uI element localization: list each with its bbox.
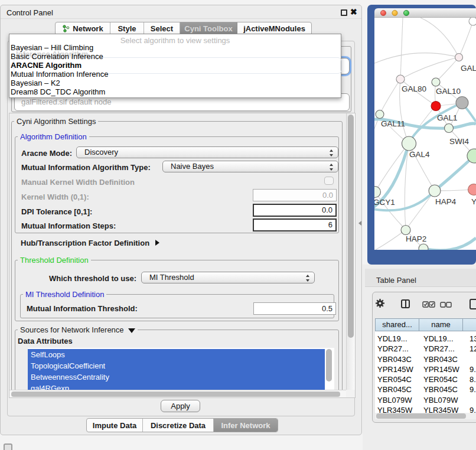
column-header-name[interactable]: name: [419, 318, 463, 331]
aracne-mode-combo[interactable]: Discovery: [76, 146, 338, 158]
table-row[interactable]: YDR27...YDR27...12: [375, 344, 476, 354]
vertical-scrollbar[interactable]: [346, 113, 355, 390]
combo-value: Discovery: [84, 148, 118, 156]
which-threshold-label: Which threshold to use:: [49, 274, 136, 283]
zoom-traffic-light[interactable]: [403, 10, 409, 15]
network-node-label: GAL1: [437, 113, 458, 122]
table-cell: YBL079W: [377, 396, 412, 405]
tab-label: Impute Data: [93, 421, 136, 430]
table-row[interactable]: YLR345WYLR345W9.: [375, 405, 476, 413]
attribute-list-item[interactable]: BetweennessCentrality: [28, 371, 325, 383]
scrollbar-thumb[interactable]: [348, 115, 354, 338]
network-node[interactable]: [396, 75, 405, 83]
kernel-width-input[interactable]: 0.0: [253, 189, 337, 201]
table-horizontal-scrollbar[interactable]: [375, 413, 476, 419]
network-node[interactable]: [429, 185, 441, 197]
table-row[interactable]: YDL19...YDL19...13: [375, 334, 476, 344]
tab-style[interactable]: Style: [110, 22, 144, 35]
split-columns-icon[interactable]: [401, 299, 410, 308]
select-all-icon[interactable]: [422, 301, 435, 308]
dropdown-item[interactable]: Dream8 DC_TDC Algorithm: [9, 87, 341, 96]
table-row[interactable]: YBR043CYBR043C: [375, 354, 476, 364]
sources-title: Sources for Network Inference: [20, 325, 124, 334]
attribute-list-item[interactable]: SelfLoops: [28, 349, 325, 360]
tab-label: Discretize Data: [151, 421, 206, 430]
hub-definition-toggle[interactable]: Hub/Transcription Factor Definition: [21, 239, 159, 247]
network-node[interactable]: [401, 226, 410, 235]
settings-viewport: Cyni Algorithm Settings Algorithm Defini…: [9, 113, 346, 390]
scrollbar-thumb[interactable]: [11, 392, 340, 397]
network-node[interactable]: [431, 102, 441, 111]
dropdown-item[interactable]: ARACNE Algorithm: [9, 61, 341, 70]
dropdown-item[interactable]: Bayesian – K2: [9, 79, 341, 87]
splitpane-collapse-icon[interactable]: [358, 221, 361, 226]
network-node[interactable]: [468, 184, 476, 195]
mi-steps-input[interactable]: 6: [253, 219, 337, 231]
table-browser-window: shared... name YDL19...YDL19...13YDR27..…: [372, 292, 476, 423]
gear-icon[interactable]: [375, 298, 385, 308]
dropdown-item[interactable]: Mutual Information Inference: [9, 70, 341, 79]
tab-impute-data[interactable]: Impute Data: [87, 419, 143, 432]
close-traffic-light[interactable]: [380, 10, 386, 15]
table-cell: YBR043C: [377, 355, 412, 364]
column-header-shared-name[interactable]: shared...: [375, 318, 419, 331]
network-node[interactable]: [445, 124, 454, 133]
network-node-label: GAL11: [381, 119, 405, 128]
list-scrollbar[interactable]: [326, 349, 332, 381]
close-icon[interactable]: ✖: [350, 7, 357, 17]
dpi-tolerance-input[interactable]: 0.0: [253, 204, 337, 217]
network-node[interactable]: [376, 110, 384, 119]
table-cell: 9.: [470, 365, 476, 374]
attribute-list-item[interactable]: gal4RGexp: [28, 383, 325, 390]
column-header-partial[interactable]: [463, 318, 476, 331]
table-cell: YLR345W: [377, 406, 412, 413]
manual-kernel-width-checkbox[interactable]: [324, 177, 334, 185]
deselect-all-icon[interactable]: [440, 302, 452, 308]
bottom-tab-bar: Impute Data Discretize Data Infer Networ…: [86, 418, 278, 432]
tab-infer-network[interactable]: Infer Network: [214, 419, 278, 432]
network-node[interactable]: [469, 17, 476, 25]
tab-network[interactable]: Network: [56, 22, 110, 35]
table-row[interactable]: YBL079WYBL079W: [375, 395, 476, 405]
dropdown-item[interactable]: Bayesian – Hill Climbing: [9, 43, 341, 52]
table-row[interactable]: YBR045CYBR045C9.: [375, 384, 476, 394]
table-panel-title: Table Panel: [376, 276, 416, 285]
aracne-mode-label: Aracne Mode:: [21, 149, 72, 158]
network-node-label: Y: [471, 197, 476, 206]
function-builder-icon[interactable]: [470, 299, 476, 309]
network-icon: [62, 25, 70, 32]
mi-threshold-input[interactable]: 0.5: [253, 302, 336, 315]
table-row[interactable]: YER054CYER054C8.: [375, 374, 476, 384]
attribute-list-item[interactable]: TopologicalCoefficient: [28, 360, 325, 371]
network-node[interactable]: [455, 54, 463, 61]
table-cell: YER054C: [423, 375, 458, 384]
collapse-down-icon: [128, 328, 135, 333]
algorithm-definition-group: Algorithm Definition Aracne Mode: Discov…: [15, 136, 339, 233]
minimize-traffic-light[interactable]: [392, 10, 397, 15]
network-node[interactable]: [402, 136, 416, 151]
table-cell: 8.: [470, 375, 476, 384]
table-row[interactable]: YPR145WYPR145W9.: [375, 364, 476, 374]
float-window-icon[interactable]: [341, 9, 347, 16]
tab-cyni-toolbox[interactable]: Cyni Toolbox: [180, 22, 237, 35]
dropdown-item[interactable]: Basic Correlation Inference: [9, 52, 341, 61]
horizontal-scrollbar[interactable]: [9, 390, 346, 397]
network-node[interactable]: [456, 97, 468, 109]
network-node[interactable]: [432, 78, 440, 86]
minimized-window-icon[interactable]: [4, 444, 12, 450]
data-attributes-list[interactable]: SelfLoopsTopologicalCoefficientBetweenne…: [28, 348, 334, 390]
hub-definition-label: Hub/Transcription Factor Definition: [21, 239, 149, 247]
which-threshold-combo[interactable]: MI Threshold: [141, 272, 315, 283]
expand-right-icon: [155, 240, 159, 246]
window-titlebar: [374, 8, 476, 18]
apply-button[interactable]: Apply: [161, 400, 200, 412]
tab-discretize-data[interactable]: Discretize Data: [143, 419, 214, 432]
table-cell: 13: [470, 334, 476, 343]
table-header-row: shared... name: [375, 318, 476, 331]
tab-select[interactable]: Select: [144, 22, 180, 35]
mi-algorithm-type-combo[interactable]: Naive Bayes: [162, 161, 338, 172]
group-title: Algorithm Definition: [18, 132, 89, 141]
tab-jactivemnodules[interactable]: jActiveMNodules: [237, 22, 311, 35]
dropdown-placeholder: Select algorithm to view settings: [9, 34, 341, 43]
scrollbar-thumb[interactable]: [376, 413, 466, 419]
